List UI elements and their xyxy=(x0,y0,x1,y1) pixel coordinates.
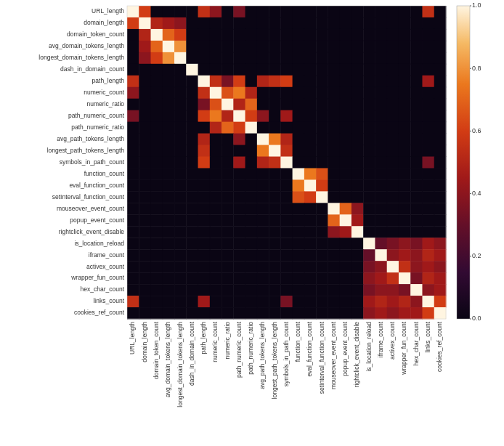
heatmap-container xyxy=(0,0,504,446)
heatmap-canvas xyxy=(0,0,504,446)
